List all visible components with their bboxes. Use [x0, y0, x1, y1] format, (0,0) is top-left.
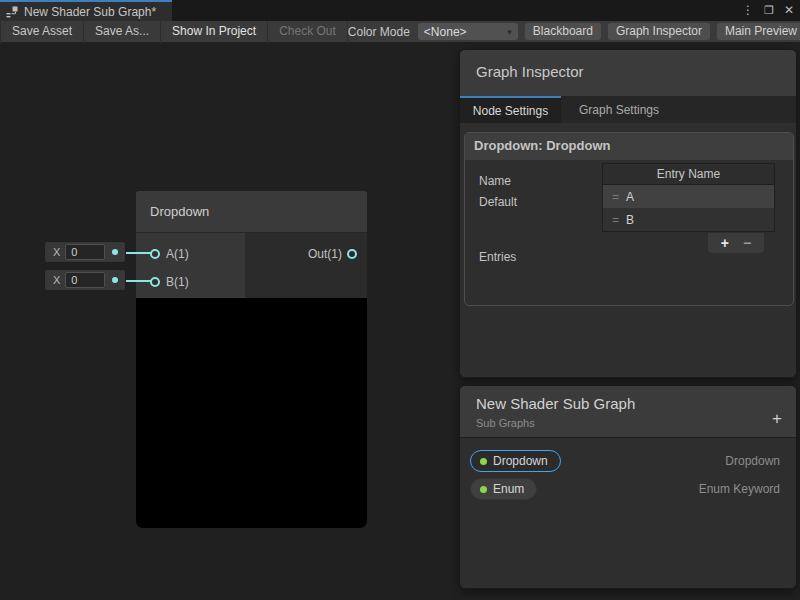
inspector-title: Graph Inspector: [476, 63, 584, 80]
show-in-project-button[interactable]: Show In Project: [161, 21, 268, 43]
blackboard-subtitle: Sub Graphs: [476, 417, 535, 429]
graph-inspector-panel: Graph Inspector Node Settings Graph Sett…: [459, 49, 797, 378]
stub-port-icon: [112, 277, 118, 283]
value-field-a[interactable]: 0: [65, 244, 105, 260]
entries-list: Entry Name = A = B: [602, 163, 775, 232]
entries-label: Entries: [479, 250, 516, 264]
property-pill-dropdown[interactable]: Dropdown: [470, 450, 561, 472]
color-mode-value: <None>: [424, 25, 467, 39]
property-name: Dropdown: [493, 454, 548, 468]
value-field-b[interactable]: 0: [65, 272, 105, 288]
edge-a: [124, 252, 152, 254]
input-port-b-label: B(1): [166, 275, 189, 289]
node-output-section: [245, 233, 367, 298]
remove-entry-button[interactable]: −: [743, 235, 751, 251]
inspector-header[interactable]: Graph Inspector: [460, 50, 796, 96]
close-icon[interactable]: ✕: [784, 0, 794, 21]
dropdown-arrow-icon: ▾: [507, 27, 512, 37]
edge-b: [124, 280, 152, 282]
blackboard-header[interactable]: New Shader Sub Graph Sub Graphs +: [460, 386, 796, 438]
tab-graph-settings[interactable]: Graph Settings: [561, 96, 677, 123]
add-entry-button[interactable]: +: [721, 235, 729, 251]
node-title-dropdown[interactable]: Dropdown: [136, 191, 367, 233]
x-component-label: X: [53, 246, 60, 258]
blackboard-title: New Shader Sub Graph: [476, 395, 635, 412]
save-as-button[interactable]: Save As...: [84, 21, 161, 43]
stub-port-icon: [112, 249, 118, 255]
maximize-icon[interactable]: ❐: [764, 0, 774, 21]
input-port-b-icon[interactable]: [150, 277, 160, 287]
exposed-dot-icon: [480, 458, 487, 465]
property-name: Enum: [493, 482, 524, 496]
shader-graph-icon: [6, 6, 18, 18]
entry-row[interactable]: = A: [603, 185, 774, 208]
default-label: Default: [479, 195, 517, 209]
graph-toolbar: Save Asset Save As... Show In Project Ch…: [0, 21, 800, 43]
entry-row[interactable]: = B: [603, 208, 774, 231]
property-type-label: Dropdown: [725, 454, 780, 468]
inspector-tabstrip: Node Settings Graph Settings: [460, 96, 796, 123]
input-port-a-label: A(1): [166, 247, 189, 261]
node-preview[interactable]: [136, 298, 367, 528]
entries-list-footer: + −: [708, 233, 764, 253]
blackboard-toggle-button[interactable]: Blackboard: [525, 23, 601, 40]
node-input-section: [136, 233, 245, 298]
entries-list-header: Entry Name: [603, 164, 774, 185]
kebab-menu-icon[interactable]: ⋮: [742, 0, 754, 21]
input-port-a-icon[interactable]: [150, 249, 160, 259]
tab-node-settings[interactable]: Node Settings: [460, 96, 561, 123]
blackboard-row: Dropdown Dropdown: [460, 450, 796, 474]
blackboard-row: Enum Enum Keyword: [460, 478, 796, 502]
x-component-label: X: [53, 274, 60, 286]
title-bar: New Shader Sub Graph* ⋮ ❐ ✕: [0, 0, 800, 21]
entry-name: B: [626, 213, 634, 227]
add-property-button[interactable]: +: [772, 410, 782, 427]
graph-inspector-toggle-button[interactable]: Graph Inspector: [608, 23, 710, 40]
output-port-icon[interactable]: [347, 249, 357, 259]
check-out-button: Check Out: [268, 21, 348, 43]
drag-handle-icon[interactable]: =: [612, 213, 619, 227]
blackboard-panel: New Shader Sub Graph Sub Graphs + Dropdo…: [459, 385, 797, 589]
default-input-b: X 0: [44, 269, 126, 291]
color-mode-dropdown[interactable]: <None> ▾: [418, 23, 518, 40]
section-title: Dropdown: Dropdown: [465, 133, 793, 160]
entry-name: A: [626, 190, 634, 204]
drag-handle-icon[interactable]: =: [612, 190, 619, 204]
output-port-label: Out(1): [245, 247, 342, 261]
exposed-dot-icon: [480, 486, 487, 493]
main-preview-toggle-button[interactable]: Main Preview: [717, 23, 800, 40]
color-mode-label: Color Mode: [348, 25, 410, 39]
property-type-label: Enum Keyword: [699, 482, 780, 496]
shader-graph-window: New Shader Sub Graph* ⋮ ❐ ✕ Save Asset S…: [0, 0, 800, 600]
document-tab[interactable]: New Shader Sub Graph*: [0, 0, 172, 21]
property-pill-enum[interactable]: Enum: [470, 478, 537, 500]
default-input-a: X 0: [44, 241, 126, 263]
name-label: Name: [479, 174, 511, 188]
save-asset-button[interactable]: Save Asset: [0, 21, 84, 43]
tab-title: New Shader Sub Graph*: [24, 5, 156, 19]
